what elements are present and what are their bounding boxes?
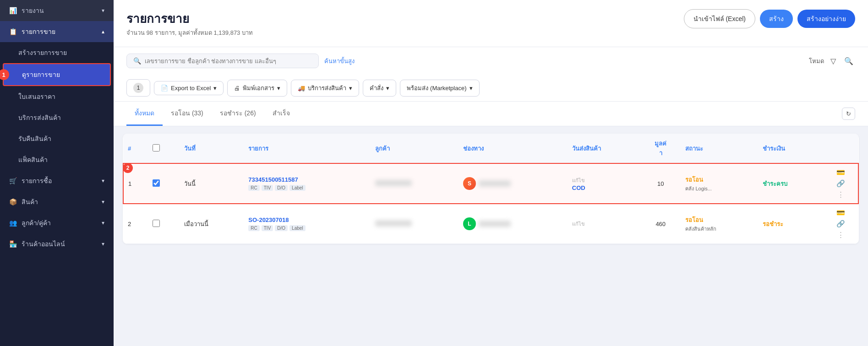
cod-badge: COD [572, 184, 636, 191]
main-content: รายการขาย จำนวน 98 รายการ, มูลค่าทั้งหมด… [114, 0, 868, 346]
select-all-checkbox[interactable] [153, 144, 160, 151]
sidebar-item-quotation[interactable]: ใบเสนอราคา [0, 86, 114, 107]
reports-icon: 📊 [9, 7, 17, 14]
col-value[interactable]: มูลค่า [640, 134, 681, 163]
tag-do: D/O [275, 185, 288, 191]
tab-all[interactable]: ทั้งหมด [126, 102, 163, 126]
ready-ship-button[interactable]: พร้อมส่ง (Marketplace) ▾ [400, 80, 479, 97]
sidebar-item-label: รายงาน [22, 5, 44, 16]
table-header-row: # วันที่ รายการ ลูกค้า ช่องทาง วันส่งสิน… [123, 134, 858, 163]
sidebar-item-customers[interactable]: 👥 ลูกค้า/คู่ค้า ▾ [0, 212, 114, 233]
chevron-down-icon: ▾ [102, 241, 104, 247]
row-checkbox[interactable] [148, 163, 180, 204]
card-icon[interactable]: 💳 [836, 209, 845, 217]
command-button[interactable]: คำสั่ง ▾ [363, 80, 396, 97]
sidebar-item-label: สร้างรายการขาย [18, 48, 67, 58]
filter-icon[interactable]: ▽ [829, 55, 838, 67]
orders-table-container: # วันที่ รายการ ลูกค้า ช่องทาง วันส่งสิน… [123, 134, 859, 244]
payment-done-badge: ชำระครบ [763, 179, 819, 189]
col-checkbox [148, 134, 180, 163]
more-icon[interactable]: ⋮ [837, 190, 844, 199]
delivery-edit-link[interactable]: แก้ไข [572, 220, 636, 228]
status-sub-text: คลัง Logis... [685, 184, 753, 193]
search-right: โหมด ▽ 🔍 [809, 55, 855, 67]
customers-icon: 👥 [9, 219, 17, 227]
toolbar-row: 1 📄 Export to Excel ▾ 🖨 พิมพ์เอกสาร ▾ 🚚 … [114, 75, 868, 102]
status-waiting-badge: รอโอน [685, 215, 753, 225]
sidebar-item-reports[interactable]: 📊 รายงาน ▾ [0, 0, 114, 21]
tab-pending[interactable]: รอโอน (33) [163, 102, 212, 126]
easy-create-button[interactable]: สร้างอย่างง่าย [797, 10, 855, 28]
chevron-down-icon: ▾ [386, 85, 389, 92]
row-delivery: แก้ไข COD [568, 163, 640, 204]
sidebar-item-create-sale[interactable]: สร้างรายการขาย [0, 42, 114, 63]
sidebar-item-label: รับคืนสินค้า [18, 134, 51, 144]
orders-table: # วันที่ รายการ ลูกค้า ช่องทาง วันส่งสิน… [123, 134, 859, 244]
col-payment[interactable]: ชำระเงิน [758, 134, 823, 163]
sidebar-item-purchase[interactable]: 🛒 รายการซื้อ ▾ [0, 170, 114, 191]
col-channel[interactable]: ช่องทาง [459, 134, 568, 163]
row-select-checkbox[interactable] [153, 220, 160, 227]
search-row: 🔍 ค้นหาขั้นสูง โหมด ▽ 🔍 [114, 47, 868, 75]
row-actions: 💳 🔗 ⋮ [823, 163, 858, 204]
order-link[interactable]: 733451500511587 [248, 176, 298, 183]
print-doc-button[interactable]: 🖨 พิมพ์เอกสาร ▾ [227, 80, 287, 97]
link-icon[interactable]: 🔗 [836, 179, 845, 188]
row-status: รอโอน คลัง Logis... [681, 163, 758, 204]
sidebar-item-label: บริการส่งสินค้า [18, 113, 61, 123]
tag-label: Label [289, 185, 305, 191]
col-status[interactable]: สถานะ [681, 134, 758, 163]
status-sub-text: คลังสินค้าหลัก [685, 225, 753, 233]
header-buttons: นำเข้าไฟล์ (Excel) สร้าง สร้างอย่างง่าย [684, 9, 855, 28]
sidebar-item-label: ใบเสนอราคา [18, 92, 55, 102]
search-input[interactable] [145, 58, 312, 65]
card-icon[interactable]: 💳 [836, 168, 845, 177]
row-customer [371, 204, 459, 244]
sidebar-item-label: ร้านค้าออนไลน์ [22, 239, 65, 249]
search-box[interactable]: 🔍 [126, 54, 319, 68]
export-excel-button[interactable]: 📄 Export to Excel ▾ [154, 81, 224, 95]
more-icon[interactable]: ⋮ [837, 231, 844, 239]
sidebar-item-label: แฟ็คสินค้า [18, 155, 48, 165]
tag-row: RC TIV D/O Label [248, 185, 366, 191]
col-order[interactable]: รายการ [244, 134, 371, 163]
sidebar-item-view-sale[interactable]: 1 ดูรายการขาย [3, 63, 111, 86]
count-button[interactable]: 1 [126, 79, 150, 97]
sidebar-item-label: สินค้า [22, 197, 38, 207]
refresh-button[interactable]: ↻ [842, 108, 855, 120]
col-delivery[interactable]: วันส่งสินค้า [568, 134, 640, 163]
sidebar-item-flash[interactable]: แฟ็คสินค้า [0, 149, 114, 170]
advanced-search-link[interactable]: ค้นหาขั้นสูง [324, 56, 355, 66]
sidebar-item-online-store[interactable]: 🏪 ร้านค้าออนไลน์ ▾ [0, 233, 114, 254]
chevron-down-icon: ▾ [102, 199, 104, 205]
row-order: SO-202307018 RC TIV D/O Label [244, 204, 371, 244]
sidebar-item-sales[interactable]: 📋 รายการขาย ▴ [0, 21, 114, 42]
chevron-down-icon: ▾ [277, 85, 280, 92]
sidebar-item-shipping[interactable]: บริการส่งสินค้า [0, 107, 114, 128]
order-link[interactable]: SO-202307018 [248, 216, 289, 223]
link-icon[interactable]: 🔗 [836, 220, 845, 228]
col-date[interactable]: วันที่ [180, 134, 244, 163]
selected-count-badge: 1 [133, 83, 143, 93]
search-toggle-icon[interactable]: 🔍 [842, 55, 855, 67]
customer-name-blurred [375, 220, 412, 227]
annotation-badge-2: 2 [123, 163, 133, 173]
row-actions: 💳 🔗 ⋮ [823, 204, 858, 244]
create-button[interactable]: สร้าง [760, 10, 793, 28]
chevron-down-icon: ▾ [102, 178, 104, 184]
import-excel-button[interactable]: นำเข้าไฟล์ (Excel) [684, 9, 755, 28]
row-num: 2 1 [123, 163, 148, 204]
row-select-checkbox[interactable] [153, 179, 160, 187]
sidebar-item-products[interactable]: 📦 สินค้า ▾ [0, 191, 114, 212]
sidebar-item-return[interactable]: รับคืนสินค้า [0, 128, 114, 149]
row-order: 733451500511587 RC TIV D/O Label [244, 163, 371, 204]
sidebar-item-label: รายการซื้อ [22, 176, 52, 186]
tab-wait-charge[interactable]: รอชำระ (26) [212, 102, 264, 126]
tag-do: D/O [275, 225, 288, 231]
shipping-service-button[interactable]: 🚚 บริการส่งสินค้า ▾ [291, 80, 359, 97]
tab-success[interactable]: สำเร็จ [264, 102, 298, 126]
delivery-edit-link[interactable]: แก้ไข [572, 176, 636, 184]
col-customer[interactable]: ลูกค้า [371, 134, 459, 163]
content-area: ทั้งหมด รอโอน (33) รอชำระ (26) สำเร็จ ↻ … [114, 102, 868, 346]
row-checkbox[interactable] [148, 204, 180, 244]
